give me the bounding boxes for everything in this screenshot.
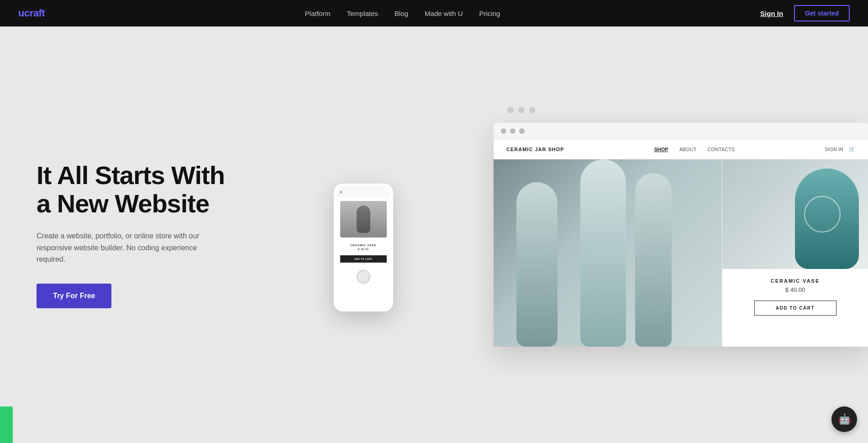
mobile-product-img: [340, 201, 387, 237]
mobile-product-price: $ 40.00: [340, 248, 387, 251]
product-name: CERAMIC VASE: [733, 278, 857, 284]
mobile-top-bar: ≡: [337, 186, 390, 197]
mobile-bottom-circle: [357, 270, 370, 284]
try-free-button[interactable]: Try For Free: [37, 284, 111, 308]
shop-nav-about[interactable]: ABOUT: [679, 147, 697, 152]
mobile-vase-small: [357, 206, 370, 233]
shop-product-panel: CERAMIC VASE $ 40.00 ADD TO CART: [722, 159, 868, 347]
nav-platform[interactable]: Platform: [305, 10, 331, 17]
shop-content: CERAMIC VASE $ 40.00 ADD TO CART: [494, 159, 868, 347]
circle-overlay: [804, 196, 841, 232]
chat-icon: 🤖: [838, 413, 851, 425]
vase-3: [635, 173, 672, 347]
shop-logo: CERAMIC JAR SHOP: [506, 147, 564, 152]
get-started-button[interactable]: Get started: [794, 5, 850, 21]
hero-subtext: Create a website, portfolio, or online s…: [37, 230, 210, 265]
mobile-mockup: ≡ CERAMIC VASE $ 40.00 ADD TO CART: [334, 184, 393, 311]
headline-line2: a New Website: [37, 189, 209, 218]
browser-dot-2: [510, 128, 516, 134]
hero-left: It All Starts With a New Website Create …: [0, 161, 237, 308]
shop-navbar: CERAMIC JAR SHOP SHOP ABOUT CONTACTS SIG…: [494, 139, 868, 159]
bottom-strip: [0, 406, 13, 443]
mobile-product-info: CERAMIC VASE $ 40.00 ADD TO CART: [337, 241, 390, 265]
navbar-right: Sign In Get started: [760, 5, 850, 21]
mobile-add-to-cart-button[interactable]: ADD TO CART: [340, 255, 387, 263]
browser-dots: [507, 107, 536, 113]
shop-nav-right: SIGN IN 🛒: [825, 146, 855, 152]
vase-container: [494, 159, 722, 347]
browser-bar: [494, 123, 868, 139]
mobile-product-name: CERAMIC VASE: [340, 244, 387, 247]
nav-links: Platform Templates Blog Made with U Pric…: [305, 10, 500, 17]
product-info: CERAMIC VASE $ 40.00 ADD TO CART: [722, 269, 868, 325]
product-image-area: [722, 159, 868, 269]
shop-main-image: [494, 159, 722, 347]
hamburger-icon: ≡: [340, 190, 343, 195]
nav-made-with-u[interactable]: Made with U: [425, 10, 463, 17]
hero-section: It All Starts With a New Website Create …: [0, 0, 868, 443]
sign-in-link[interactable]: Sign In: [760, 10, 783, 17]
add-to-cart-button[interactable]: ADD TO CART: [754, 301, 836, 316]
product-price: $ 40.00: [733, 286, 857, 293]
cart-icon[interactable]: 🛒: [849, 146, 855, 152]
browser-mockup: CERAMIC JAR SHOP SHOP ABOUT CONTACTS SIG…: [494, 123, 868, 347]
nav-blog[interactable]: Blog: [395, 10, 408, 17]
vase-2: [580, 159, 626, 347]
vase-1: [516, 182, 558, 347]
browser-dot-3: [519, 128, 525, 134]
nav-pricing[interactable]: Pricing: [479, 10, 500, 17]
logo-text: ucraft: [18, 7, 45, 19]
hero-headline: It All Starts With a New Website: [37, 161, 237, 217]
chat-widget[interactable]: 🤖: [831, 406, 857, 432]
navbar: ucraft Platform Templates Blog Made with…: [0, 0, 868, 26]
dot-3: [529, 107, 536, 113]
shop-nav-shop[interactable]: SHOP: [654, 147, 668, 152]
shop-sign-in[interactable]: SIGN IN: [825, 147, 843, 152]
logo: ucraft: [18, 7, 45, 19]
shop-nav-contacts[interactable]: CONTACTS: [708, 147, 735, 152]
nav-templates[interactable]: Templates: [347, 10, 378, 17]
shop-nav-links: SHOP ABOUT CONTACTS: [654, 147, 735, 152]
browser-dot-1: [501, 128, 506, 134]
dot-1: [507, 107, 514, 113]
dot-2: [518, 107, 525, 113]
headline-line1: It All Starts With: [37, 161, 225, 190]
